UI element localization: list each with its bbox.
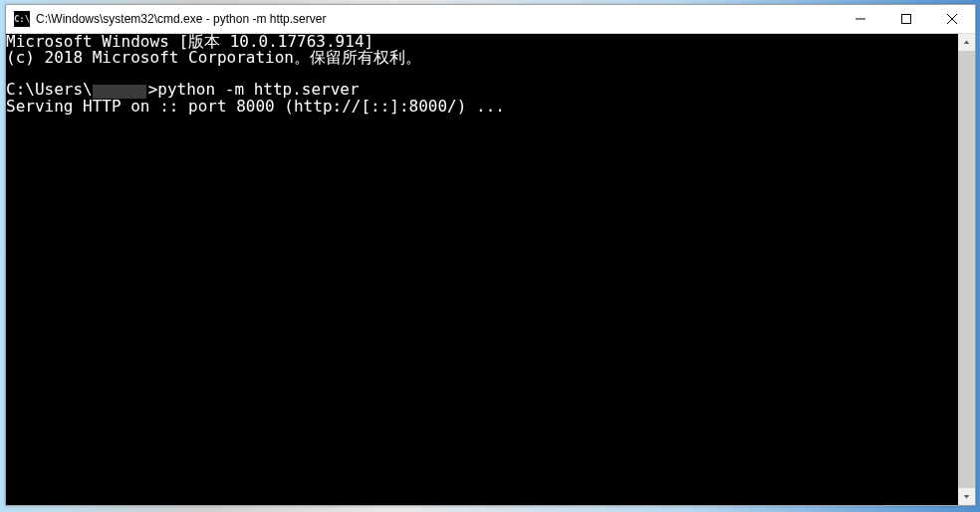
scroll-down-button[interactable]	[958, 488, 975, 505]
minimize-button[interactable]	[838, 5, 883, 33]
svg-rect-1	[902, 15, 911, 24]
scroll-up-button[interactable]	[958, 34, 975, 51]
output-line: (c) 2018 Microsoft Corporation。保留所有权利。	[6, 50, 958, 66]
minimize-icon	[856, 14, 865, 24]
vertical-scrollbar[interactable]	[958, 34, 975, 505]
terminal-output[interactable]: Microsoft Windows [版本 10.0.17763.914](c)…	[6, 34, 958, 505]
titlebar[interactable]: C:\ C:\Windows\system32\cmd.exe - python…	[6, 5, 975, 34]
chevron-down-icon	[963, 493, 970, 500]
chevron-up-icon	[963, 39, 970, 46]
close-button[interactable]	[929, 5, 975, 33]
cmd-window: C:\ C:\Windows\system32\cmd.exe - python…	[5, 4, 976, 506]
window-title: C:\Windows\system32\cmd.exe - python -m …	[36, 12, 838, 26]
scroll-track[interactable]	[958, 51, 975, 488]
maximize-button[interactable]	[883, 5, 929, 33]
scroll-thumb[interactable]	[958, 51, 975, 488]
maximize-icon	[901, 14, 911, 24]
content-area: Microsoft Windows [版本 10.0.17763.914](c)…	[6, 34, 975, 505]
cmd-icon: C:\	[14, 11, 30, 27]
close-icon	[947, 14, 957, 24]
window-controls	[838, 5, 975, 33]
output-line: Serving HTTP on :: port 8000 (http://[::…	[6, 99, 958, 115]
